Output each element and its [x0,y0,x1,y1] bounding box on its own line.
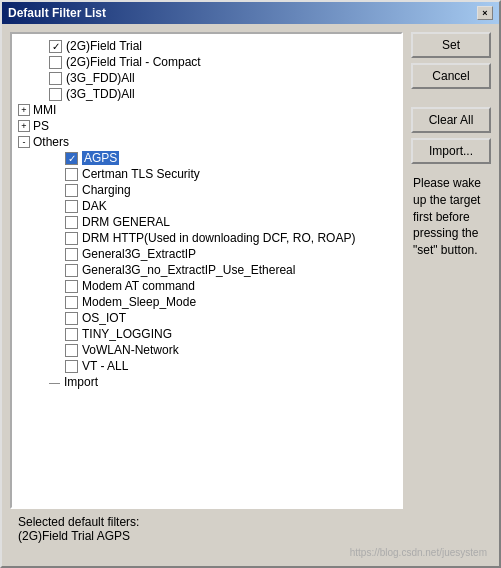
status-value: (2G)Field Trial AGPS [18,529,483,543]
tree-item-drm-general[interactable]: DRM GENERAL [14,214,399,230]
tree-item-import[interactable]: — Import [14,374,399,390]
checkbox-dak[interactable] [65,200,78,213]
label-dak: DAK [82,199,107,213]
cancel-button[interactable]: Cancel [411,63,491,89]
tree-item-3g-fdd[interactable]: (3G_FDD)All [14,70,399,86]
tree-item-drm-http[interactable]: DRM HTTP(Used in downloading DCF, RO, RO… [14,230,399,246]
tree-item-ps[interactable]: + PS [14,118,399,134]
title-bar-controls: × [477,6,493,20]
side-buttons: Set Cancel Clear All Import... Please wa… [411,32,491,509]
label-general3g-extract: General3G_ExtractIP [82,247,196,261]
tree-item-general3g-extract[interactable]: General3G_ExtractIP [14,246,399,262]
tree-item-others[interactable]: - Others [14,134,399,150]
label-vowlan: VoWLAN-Network [82,343,179,357]
expand-mmi[interactable]: + [18,104,30,116]
label-charging: Charging [82,183,131,197]
checkbox-3g-fdd[interactable] [49,72,62,85]
label-drm-http: DRM HTTP(Used in downloading DCF, RO, RO… [82,231,355,245]
checkbox-general3g-no-extract[interactable] [65,264,78,277]
tree-item-2g-field-trial-compact[interactable]: (2G)Field Trial - Compact [14,54,399,70]
tree-item-os-iot[interactable]: OS_IOT [14,310,399,326]
label-os-iot: OS_IOT [82,311,126,325]
label-3g-tdd: (3G_TDD)All [66,87,135,101]
close-button[interactable]: × [477,6,493,20]
tree-item-certman[interactable]: Certman TLS Security [14,166,399,182]
tree-item-modem-sleep[interactable]: Modem_Sleep_Mode [14,294,399,310]
label-2g-field-trial: (2G)Field Trial [66,39,142,53]
checkbox-vt-all[interactable] [65,360,78,373]
dash-icon: — [49,376,60,388]
status-label: Selected default filters: [18,515,483,529]
checkbox-drm-general[interactable] [65,216,78,229]
label-vt-all: VT - ALL [82,359,128,373]
checkbox-vowlan[interactable] [65,344,78,357]
tree-item-vt-all[interactable]: VT - ALL [14,358,399,374]
label-mmi: MMI [33,103,56,117]
label-general3g-no-extract: General3G_no_ExtractIP_Use_Ethereal [82,263,295,277]
expand-ps[interactable]: + [18,120,30,132]
label-2g-field-trial-compact: (2G)Field Trial - Compact [66,55,201,69]
tree-item-general3g-no-extract[interactable]: General3G_no_ExtractIP_Use_Ethereal [14,262,399,278]
import-button[interactable]: Import... [411,138,491,164]
checkbox-modem-sleep[interactable] [65,296,78,309]
spacer [411,94,491,102]
filter-tree-panel[interactable]: (2G)Field Trial (2G)Field Trial - Compac… [10,32,403,509]
tree-item-vowlan[interactable]: VoWLAN-Network [14,342,399,358]
label-agps: AGPS [82,151,119,165]
checkbox-drm-http[interactable] [65,232,78,245]
tree-item-dak[interactable]: DAK [14,198,399,214]
label-3g-fdd: (3G_FDD)All [66,71,135,85]
info-text: Please wake up the target first before p… [411,173,491,261]
main-area: (2G)Field Trial (2G)Field Trial - Compac… [10,32,491,509]
clear-all-button[interactable]: Clear All [411,107,491,133]
label-modem-sleep: Modem_Sleep_Mode [82,295,196,309]
set-button[interactable]: Set [411,32,491,58]
tree-item-2g-field-trial[interactable]: (2G)Field Trial [14,38,399,54]
label-modem-at: Modem AT command [82,279,195,293]
watermark: https://blog.csdn.net/juesystem [10,547,491,558]
checkbox-2g-field-trial[interactable] [49,40,62,53]
tree-item-3g-tdd[interactable]: (3G_TDD)All [14,86,399,102]
label-others: Others [33,135,69,149]
checkbox-os-iot[interactable] [65,312,78,325]
tree-item-modem-at[interactable]: Modem AT command [14,278,399,294]
main-window: Default Filter List × (2G)Field Trial (2… [0,0,501,568]
window-title: Default Filter List [8,6,106,20]
label-tiny-logging: TINY_LOGGING [82,327,172,341]
status-bar: Selected default filters: (2G)Field Tria… [10,509,491,547]
checkbox-certman[interactable] [65,168,78,181]
label-ps: PS [33,119,49,133]
label-drm-general: DRM GENERAL [82,215,170,229]
tree-item-charging[interactable]: Charging [14,182,399,198]
tree-item-agps[interactable]: AGPS [14,150,399,166]
label-import-node: Import [64,375,98,389]
checkbox-2g-field-trial-compact[interactable] [49,56,62,69]
checkbox-modem-at[interactable] [65,280,78,293]
window-body: (2G)Field Trial (2G)Field Trial - Compac… [2,24,499,566]
checkbox-3g-tdd[interactable] [49,88,62,101]
tree-item-mmi[interactable]: + MMI [14,102,399,118]
checkbox-general3g-extract[interactable] [65,248,78,261]
title-bar: Default Filter List × [2,2,499,24]
checkbox-agps[interactable] [65,152,78,165]
label-certman: Certman TLS Security [82,167,200,181]
checkbox-charging[interactable] [65,184,78,197]
tree-item-tiny-logging[interactable]: TINY_LOGGING [14,326,399,342]
expand-others[interactable]: - [18,136,30,148]
checkbox-tiny-logging[interactable] [65,328,78,341]
